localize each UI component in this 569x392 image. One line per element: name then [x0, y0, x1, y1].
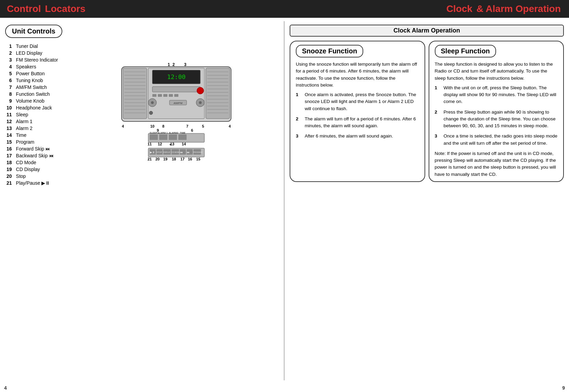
- step-number: 3: [296, 133, 302, 140]
- header-right-rest: & Alarm Operation: [474, 3, 561, 14]
- list-item: 14Time: [5, 132, 60, 139]
- item-label: Sleep: [15, 111, 60, 118]
- list-item: 5Power Button: [5, 70, 60, 77]
- list-item: 18CD Mode: [5, 159, 60, 166]
- sleep-title: Sleep Function: [441, 47, 490, 55]
- svg-text:2: 2: [172, 62, 175, 67]
- svg-text:TIME: TIME: [180, 132, 186, 134]
- right-panels: Snooze Function Using the snooze functio…: [290, 41, 564, 182]
- svg-text:10: 10: [150, 124, 154, 128]
- clock-alarm-subheader-text: Clock Alarm Operation: [393, 27, 460, 34]
- item-label: Stop: [15, 173, 60, 180]
- step: 2Press the Sleep button again while 90 i…: [435, 109, 558, 130]
- snooze-content: Using the snooze function will temporari…: [296, 61, 419, 140]
- step-text: Once a time is selected, the radio goes …: [444, 133, 558, 147]
- item-number: 19: [5, 166, 15, 173]
- item-number: 11: [5, 111, 15, 118]
- list-item: 7AM/FM Switch: [5, 84, 60, 91]
- item-label: Program: [15, 139, 60, 145]
- svg-rect-32: [152, 87, 200, 92]
- item-number: 16: [5, 145, 15, 152]
- step: 1Once alarm is activated, press the Snoo…: [296, 91, 419, 112]
- svg-text:STOP: STOP: [156, 151, 162, 153]
- svg-text:6: 6: [191, 128, 193, 132]
- svg-rect-33: [152, 94, 156, 97]
- item-number: 8: [5, 91, 15, 97]
- list-item: 4Speakers: [5, 63, 60, 70]
- header-left-rest: Locators: [42, 3, 86, 14]
- svg-text:12: 12: [157, 142, 162, 146]
- svg-text:SLEEP: SLEEP: [150, 132, 157, 134]
- svg-text:CD MODE: CD MODE: [172, 151, 180, 153]
- svg-text:4: 4: [228, 124, 231, 128]
- item-number: 6: [5, 77, 15, 84]
- svg-text:1: 1: [167, 62, 170, 67]
- svg-text:15: 15: [196, 157, 200, 161]
- svg-text:12:00: 12:00: [167, 73, 185, 80]
- page-numbers: 4 9: [0, 384, 569, 392]
- svg-text:5: 5: [202, 124, 204, 128]
- list-item: 2LED Display: [5, 50, 60, 56]
- header-left-accent: Control: [7, 3, 41, 14]
- svg-text:20: 20: [155, 157, 159, 161]
- item-label: Alarm 2: [15, 125, 60, 132]
- sleep-note-text: Note: If the power is turned off and the…: [435, 151, 556, 177]
- step-text: The alarm will turn off for a period of …: [305, 116, 419, 130]
- sleep-content: The sleep function is designed to allow …: [435, 61, 558, 178]
- svg-point-45: [197, 87, 204, 94]
- item-number: 18: [5, 159, 15, 166]
- item-number: 13: [5, 125, 15, 132]
- svg-rect-61: [178, 134, 187, 140]
- step-text: With the unit on or off, press the Sleep…: [444, 84, 558, 105]
- item-label: Headphone Jack: [15, 104, 60, 111]
- svg-text:PROGRAM: PROGRAM: [193, 151, 202, 153]
- step: 3After 6 minutes, the alarm will sound a…: [296, 133, 419, 140]
- svg-rect-1: [123, 68, 147, 119]
- device-diagram: 12:00 AM/FM: [74, 43, 279, 377]
- item-label: CD Display: [15, 166, 60, 173]
- item-label: Alarm 1: [15, 118, 60, 125]
- clock-alarm-subheader: Clock Alarm Operation: [290, 25, 564, 37]
- svg-text:11: 11: [147, 142, 151, 146]
- item-label: Backward Skip ⏮: [15, 152, 60, 159]
- header-right-accent: Clock: [446, 3, 472, 14]
- list-item: 13Alarm 2: [5, 125, 60, 132]
- item-number: 2: [5, 50, 15, 56]
- item-label: Function Switch: [15, 91, 60, 97]
- list-item: 12Alarm 1: [5, 118, 60, 125]
- list-item: 20Stop: [5, 173, 60, 180]
- item-label: LED Display: [15, 50, 60, 56]
- svg-text:ALARM2: ALARM2: [169, 132, 178, 134]
- item-number: 21: [5, 180, 15, 186]
- list-item: 8Function Switch: [5, 91, 60, 97]
- step-number: 3: [435, 133, 441, 147]
- step-text: Once alarm is activated, press the Snooz…: [305, 91, 419, 112]
- item-label: Volume Knob: [15, 97, 60, 104]
- svg-rect-60: [169, 134, 177, 140]
- item-number: 12: [5, 118, 15, 125]
- step-number: 2: [296, 116, 302, 130]
- svg-text:16: 16: [188, 157, 192, 161]
- svg-rect-36: [169, 94, 173, 97]
- svg-point-44: [149, 111, 153, 115]
- device-svg: 12:00 AM/FM: [118, 46, 235, 162]
- svg-rect-59: [159, 134, 167, 140]
- item-label: FM Stereo Indicator: [15, 56, 60, 63]
- item-label: Speakers: [15, 63, 60, 70]
- list-item: 6Tuning Knob: [5, 77, 60, 84]
- item-label: Power Button: [15, 70, 60, 77]
- item-number: 7: [5, 84, 15, 91]
- header-left: Control Locators: [0, 0, 284, 18]
- svg-text:21: 21: [147, 157, 151, 161]
- svg-rect-58: [150, 134, 158, 140]
- item-number: 10: [5, 104, 15, 111]
- snooze-title: Snooze Function: [302, 47, 357, 55]
- item-number: 3: [5, 56, 15, 63]
- step-text: After 6 minutes, the alarm will sound ag…: [305, 133, 419, 140]
- svg-point-41: [199, 101, 202, 104]
- item-number: 20: [5, 173, 15, 180]
- list-item: 21Play/Pause ▶⏸: [5, 180, 60, 186]
- svg-text:ALARM 1: ALARM 1: [157, 132, 168, 134]
- item-number: 15: [5, 139, 15, 145]
- list-item: 16Forward Skip ⏭: [5, 145, 60, 152]
